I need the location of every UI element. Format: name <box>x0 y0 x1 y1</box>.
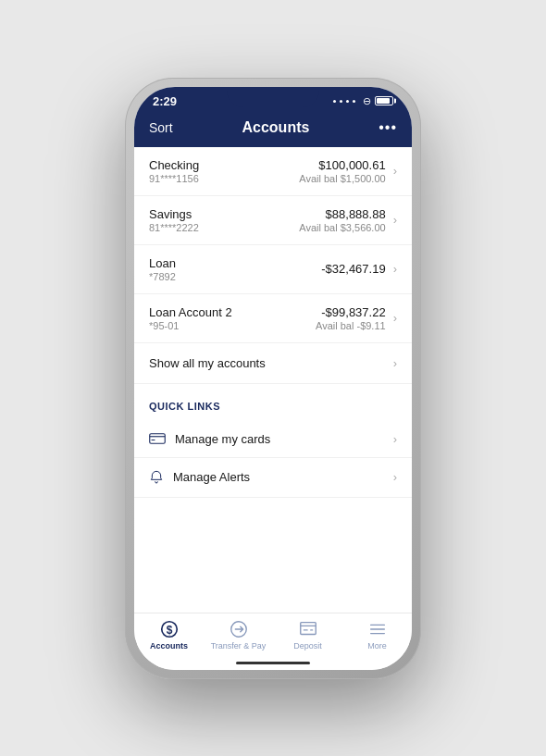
accounts-tab-icon: $ <box>159 619 180 639</box>
account-row-0[interactable]: Checking 91****1156 $100,000.61 Avail ba… <box>134 147 412 196</box>
account-avail-1: Avail bal $3,566.00 <box>299 222 385 233</box>
account-row-2[interactable]: Loan *7892 -$32,467.19 › <box>134 245 412 294</box>
tab-accounts[interactable]: $ Accounts <box>134 619 204 651</box>
signal-dot-2 <box>340 100 342 103</box>
quick-links-title: QUICK LINKS <box>149 401 220 412</box>
account-row-3[interactable]: Loan Account 2 *95-01 -$99,837.22 Avail … <box>134 294 412 343</box>
svg-rect-0 <box>150 434 166 444</box>
account-number-0: 91****1156 <box>149 173 199 184</box>
tab-accounts-label: Accounts <box>150 641 188 651</box>
svg-text:$: $ <box>166 623 172 636</box>
account-name-2: Loan <box>149 256 176 270</box>
manage-alerts-label: Manage Alerts <box>173 470 250 484</box>
header: Sort Accounts ••• <box>134 112 412 147</box>
status-icons: ⊖ <box>333 95 393 107</box>
tab-deposit-label: Deposit <box>293 641 322 651</box>
transfer-tab-icon <box>229 619 249 639</box>
more-button[interactable]: ••• <box>378 119 397 136</box>
account-name-3: Loan Account 2 <box>149 305 232 319</box>
show-all-label: Show all my accounts <box>149 356 266 370</box>
account-balance-1: $88,888.88 <box>326 207 386 221</box>
svg-rect-6 <box>300 622 316 634</box>
tab-deposit[interactable]: Deposit <box>273 619 342 651</box>
manage-cards-chevron: › <box>393 432 397 446</box>
account-number-3: *95-01 <box>149 320 232 331</box>
account-info-1: Savings 81****2222 <box>149 207 199 233</box>
accounts-list: Checking 91****1156 $100,000.61 Avail ba… <box>134 147 412 343</box>
manage-cards-label: Manage my cards <box>175 432 270 446</box>
account-avail-3: Avail bal -$9.11 <box>316 320 386 331</box>
account-number-1: 81****2222 <box>149 222 199 233</box>
account-chevron-3: › <box>393 311 397 325</box>
show-all-chevron: › <box>393 356 397 370</box>
page-title: Accounts <box>242 119 309 136</box>
manage-alerts-row[interactable]: Manage Alerts › <box>134 458 412 498</box>
wifi-icon: ⊖ <box>363 95 371 107</box>
content-area: Checking 91****1156 $100,000.61 Avail ba… <box>134 147 412 613</box>
account-name-0: Checking <box>149 158 199 172</box>
show-all-accounts-row[interactable]: Show all my accounts › <box>134 343 412 384</box>
card-icon <box>149 432 166 445</box>
signal-dot-4 <box>353 100 355 103</box>
tab-transfer[interactable]: Transfer & Pay <box>204 619 273 651</box>
tab-more[interactable]: More <box>342 619 412 651</box>
phone-screen: 2:29 ⊖ Sort Accounts ••• Checking <box>134 87 412 670</box>
account-balance-3: -$99,837.22 <box>321 305 385 319</box>
account-info-3: Loan Account 2 *95-01 <box>149 305 232 331</box>
account-number-2: *7892 <box>149 271 176 282</box>
manage-alerts-chevron: › <box>393 470 397 484</box>
account-balance-2: -$32,467.19 <box>321 262 385 276</box>
more-tab-icon <box>367 619 388 639</box>
account-chevron-0: › <box>393 164 397 178</box>
status-time: 2:29 <box>153 94 177 108</box>
quick-links-header: QUICK LINKS <box>134 384 412 421</box>
account-avail-0: Avail bal $1,500.00 <box>299 173 385 184</box>
signal-dot-1 <box>333 100 336 103</box>
account-row-1[interactable]: Savings 81****2222 $88,888.88 Avail bal … <box>134 196 412 245</box>
signal-dot-3 <box>346 100 349 103</box>
deposit-tab-icon <box>298 619 318 639</box>
sort-button[interactable]: Sort <box>149 120 173 135</box>
home-indicator <box>134 658 412 670</box>
account-info-0: Checking 91****1156 <box>149 158 199 184</box>
notch <box>227 87 319 107</box>
tab-bar: $ Accounts Transfer & Pay Deposit <box>134 613 412 658</box>
battery-icon <box>375 96 393 105</box>
account-chevron-1: › <box>393 213 397 227</box>
bell-icon <box>149 469 164 486</box>
home-bar <box>236 662 310 664</box>
account-balance-0: $100,000.61 <box>318 158 385 172</box>
account-chevron-2: › <box>393 262 397 276</box>
manage-cards-row[interactable]: Manage my cards › <box>134 421 412 458</box>
tab-transfer-label: Transfer & Pay <box>211 641 267 651</box>
account-info-2: Loan *7892 <box>149 256 176 282</box>
tab-more-label: More <box>367 641 387 651</box>
account-name-1: Savings <box>149 207 199 221</box>
phone-frame: 2:29 ⊖ Sort Accounts ••• Checking <box>125 78 421 679</box>
